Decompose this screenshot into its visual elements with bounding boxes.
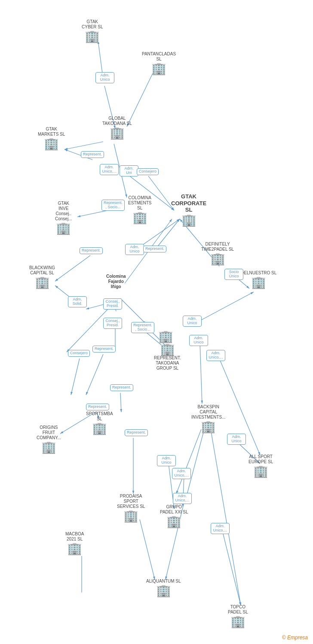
badge-represent-3[interactable]: Represent.	[80, 247, 103, 254]
node-macboa[interactable]: MACBOA 2021 SL 🏢	[65, 532, 84, 555]
node-topco-padel[interactable]: TOPCO PADEL SL 🏢	[228, 605, 248, 628]
building-icon: 🏢	[151, 63, 166, 75]
node-origins-fruit[interactable]: ORIGINS FRUIT COMPANY... 🏢	[37, 425, 61, 453]
node-sportsmba[interactable]: SPORTSMBA SL 🏢	[86, 411, 113, 434]
badge-adm-unico-6[interactable]: Adm.Unico,...	[206, 350, 225, 361]
building-icon: 🏢	[67, 543, 82, 555]
badge-adm-unico-7[interactable]: Adm.Unico	[227, 434, 246, 445]
building-icon: 🏢	[156, 585, 171, 597]
building-icon: 🏢	[230, 616, 245, 628]
badge-represent-socio-2[interactable]: Represent., Socio...	[131, 322, 154, 333]
svg-line-37	[223, 532, 241, 605]
node-grupo-padel-xxi[interactable]: GRUPO PADEL XXI SL 🏢	[160, 504, 188, 528]
node-pantancladas[interactable]: PANTANCLADAS SL 🏢	[142, 52, 176, 75]
building-icon: 🏢	[166, 516, 181, 528]
svg-line-20	[86, 354, 103, 395]
badge-adm-unico-8[interactable]: Adm.Unico	[157, 455, 176, 466]
node-global-takodana[interactable]: GLOBAL TAKODANA SL 🏢	[102, 116, 132, 139]
svg-line-30	[176, 429, 201, 494]
svg-line-23	[200, 343, 202, 404]
node-aliquantum[interactable]: ALIQUANTUM SL 🏢	[146, 579, 181, 597]
node-takodana-group[interactable]: 🏢 REPRESENT. TAKODANA GROUP SL	[154, 343, 181, 372]
svg-line-9	[148, 176, 174, 210]
node-building-mid[interactable]: 🏢	[158, 331, 173, 343]
badge-adm-solid[interactable]: Adm.Solid.	[68, 296, 87, 307]
building-icon: 🏢	[35, 276, 50, 289]
node-blackwing-capital[interactable]: BLACKWING CAPITAL SL 🏢	[29, 265, 55, 289]
building-icon: 🏢	[251, 276, 266, 289]
building-icon: 🏢	[110, 127, 125, 139]
badge-adm-unico-5[interactable]: Adm.Unico	[189, 335, 208, 346]
badge-represent-7[interactable]: Represent.	[125, 429, 148, 436]
node-gtak-corporate[interactable]: GTAK CORPORATE SL 🏢	[171, 193, 206, 226]
badge-adm-unico-9[interactable]: Adm.Unico,...	[172, 468, 191, 479]
node-colomina-investments[interactable]: COLOMINA ESTMENTS SL 🏢	[128, 195, 151, 224]
node-prodaisa[interactable]: PRODAISA SPORT SERVICES SL 🏢	[117, 494, 145, 522]
svg-line-13	[55, 255, 90, 281]
node-gtak-markets[interactable]: GTAK MARKETS SL 🏢	[38, 127, 65, 150]
building-icon: 🏢	[92, 422, 107, 434]
badge-adm-uni[interactable]: Adm.Uni	[120, 165, 138, 176]
watermark: © Empresa	[282, 635, 308, 641]
building-icon: 🏢	[56, 222, 71, 234]
building-icon-red: 🏢	[181, 214, 196, 226]
badge-represent-4[interactable]: Represent.	[92, 346, 116, 352]
building-icon: 🏢	[201, 421, 216, 433]
svg-line-35	[140, 519, 155, 580]
svg-line-38	[211, 429, 241, 605]
building-icon: 🏢	[160, 343, 175, 355]
building-icon: 🏢	[210, 253, 225, 265]
building-icon: 🏢	[253, 465, 268, 477]
svg-line-25	[120, 393, 121, 412]
badge-represent-6[interactable]: Represent.	[86, 404, 109, 410]
node-gtak-inve[interactable]: GTAK INVE Consej.. Consej... 🏢	[55, 201, 72, 234]
svg-line-31	[185, 429, 204, 502]
node-gtak-cyber[interactable]: GTAK CYBER SL 🏢	[82, 19, 103, 43]
badge-adm-unico-1[interactable]: Adm.Unico	[95, 72, 114, 83]
svg-line-22	[193, 292, 254, 324]
building-icon: 🏢	[158, 331, 173, 343]
badge-adm-unico-3[interactable]: Adm.Unico	[125, 244, 144, 255]
badge-consejero-2[interactable]: Consejero	[68, 350, 90, 357]
badge-represent-5[interactable]: Represent.	[110, 384, 133, 391]
graph-container: GTAK CYBER SL 🏢 PANTANCLADAS SL 🏢 GLOBAL…	[0, 0, 313, 644]
svg-line-41	[120, 298, 146, 324]
node-definitely-time2padel[interactable]: DEFINITELY TIME2PADEL SL 🏢	[201, 242, 234, 265]
node-backspin[interactable]: BACKSPIN CAPITAL INVESTMENTS... 🏢	[191, 404, 225, 433]
badge-adm-unico-2[interactable]: Adm.Unico,...	[100, 164, 119, 175]
svg-line-5	[64, 142, 103, 149]
node-all-sport-europe[interactable]: ALL SPORT EUROPE SL 🏢	[249, 454, 273, 477]
badge-consej-presid-2[interactable]: Consej.,Presid.	[103, 318, 122, 329]
node-colomina-person[interactable]: Colomina Fajardo Iñigo	[106, 274, 126, 290]
building-icon: 🏢	[41, 441, 56, 453]
building-icon: 🏢	[132, 212, 147, 224]
badge-consej-presid-1[interactable]: Consej.,Presid.	[103, 298, 122, 310]
arrows-svg	[0, 0, 313, 644]
badge-represent-socio-1[interactable]: Represent., Socio...	[101, 200, 125, 211]
node-delnuestro[interactable]: DELNUESTRO SL 🏢	[241, 270, 276, 289]
badge-adm-unico-10[interactable]: Adm.Unico,...	[173, 493, 192, 504]
badge-adm-unico-11[interactable]: Adm.Unico,...	[211, 523, 230, 534]
badge-socio-unico[interactable]: SocioÚnico	[224, 269, 243, 280]
building-icon: 🏢	[123, 510, 138, 522]
badge-represent-1[interactable]: Represent.	[81, 151, 104, 158]
badge-adm-unico-4[interactable]: Adm.Unico	[183, 316, 202, 327]
svg-line-21	[71, 358, 80, 395]
building-icon: 🏢	[44, 138, 59, 150]
badge-represent-2[interactable]: Represent.	[143, 246, 166, 252]
building-icon: 🏢	[85, 30, 100, 43]
badge-consejero-1[interactable]: Consejero	[137, 168, 159, 175]
